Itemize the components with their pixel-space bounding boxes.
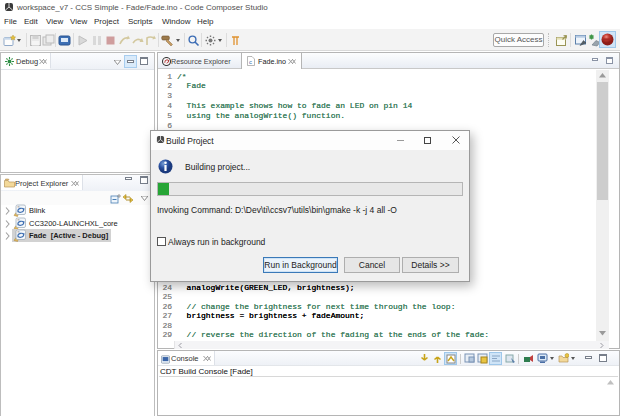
svg-text:m: m [18, 219, 20, 222]
svg-text:c: c [249, 59, 252, 65]
svg-text:m: m [18, 206, 20, 209]
svg-text:m: m [18, 231, 20, 234]
